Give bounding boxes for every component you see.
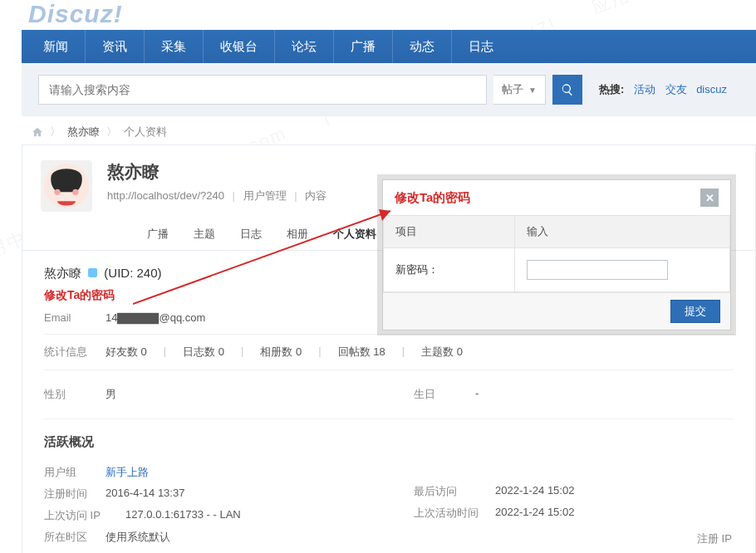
stats-logs: 日志数 0 [183,345,224,360]
gender-label: 性别 [44,387,94,402]
profile-link-content[interactable]: 内容 [305,189,326,202]
tab-profile[interactable]: 个人资料 [333,227,376,250]
birthday-value: - [475,387,479,402]
hot-link[interactable]: discuz [696,83,727,95]
group-value[interactable]: 新手上路 [106,465,149,480]
dialog-col-item: 项目 [384,216,515,248]
search-bar: 帖子 ▼ 热搜: 活动 交友 discuz [22,63,756,116]
uid-value: (UID: 240) [104,266,161,280]
stats-topics: 主题数 0 [421,345,463,360]
email-label: Email [44,311,94,324]
svg-point-3 [55,189,61,195]
nav-item-log[interactable]: 日志 [452,30,510,63]
tab-broadcast[interactable]: 广播 [147,227,169,250]
tz-value: 使用系统默认 [106,530,170,545]
hot-search: 热搜: 活动 交友 discuz [599,82,730,97]
email-value: 14▇▇▇▇▇@qq.com [106,311,205,324]
search-icon [561,83,574,96]
profile-name: 熬亦瞭 [107,160,326,184]
lastvisit-value: 2022-1-24 15:02 [495,484,574,499]
breadcrumb-page: 个人资料 [124,125,167,139]
field-label-newpassword: 新密码： [384,248,515,292]
dialog-title: 修改Ta的密码 [395,190,470,206]
nav-item-forum[interactable]: 论坛 [275,30,334,63]
chevron-down-icon: ▼ [528,86,537,95]
hot-label: 热搜: [599,83,624,95]
lastip-label: 上次访问 IP [44,508,114,523]
tz-label: 所在时区 [44,530,94,545]
breadcrumb-user[interactable]: 熬亦瞭 [67,125,100,139]
tab-topics[interactable]: 主题 [194,227,215,250]
hot-link[interactable]: 活动 [634,83,655,95]
dialog-col-input: 输入 [515,216,730,248]
main-nav: 新闻 资讯 采集 收银台 论坛 广播 动态 日志 [22,30,756,63]
breadcrumb: 〉 熬亦瞭 〉 个人资料 [32,125,756,139]
lastact-value: 2022-1-24 15:02 [495,506,574,521]
site-logo: Discuz! [0,0,756,30]
svg-point-4 [72,189,78,195]
svg-point-2 [70,184,74,188]
nav-item-checkout[interactable]: 收银台 [204,30,275,63]
lastact-label: 上次活动时间 [414,506,484,521]
search-category-select[interactable]: 帖子 ▼ [493,75,546,105]
profile-url[interactable]: http://localhost/dev/?240 [107,189,224,202]
status-chip-icon [88,268,97,277]
search-button[interactable] [552,75,582,105]
lastip-value: 127.0.0.1:61733 - - LAN [125,508,241,523]
nav-item-info[interactable]: 资讯 [86,30,145,63]
submit-button[interactable]: 提交 [670,300,720,323]
nav-item-broadcast[interactable]: 广播 [334,30,393,63]
birthday-label: 生日 [414,387,464,402]
breadcrumb-sep: 〉 [106,125,117,139]
change-password-dialog: 修改Ta的密码 ✕ 项目 输入 新密码： 提交 [382,179,731,330]
nav-item-collect[interactable]: 采集 [145,30,204,63]
reg-label: 注册时间 [44,487,94,502]
gender-value: 男 [106,387,116,402]
close-icon: ✕ [705,192,714,204]
nav-item-news[interactable]: 新闻 [27,30,86,63]
avatar [41,160,92,212]
reg-value: 2016-4-14 13:37 [106,487,184,502]
stats-label: 统计信息 [44,345,94,360]
close-button[interactable]: ✕ [700,188,719,207]
tab-albums[interactable]: 相册 [287,227,308,250]
home-icon[interactable] [32,126,43,138]
uid-name: 熬亦瞭 [44,266,81,280]
breadcrumb-sep: 〉 [50,125,61,139]
stats-albums: 相册数 0 [260,345,302,360]
nav-item-activity[interactable]: 动态 [393,30,452,63]
search-category-label: 帖子 [502,82,523,97]
stats-friends: 好友数 0 [106,345,147,360]
hot-link[interactable]: 交友 [665,83,687,95]
profile-link-manage[interactable]: 用户管理 [243,189,287,202]
lastvisit-label: 最后访问 [414,484,484,499]
regip-label: 注册 IP [697,531,747,546]
activity-title: 活跃概况 [44,434,734,450]
svg-point-1 [59,184,63,188]
search-input[interactable] [39,83,486,96]
group-label: 用户组 [44,465,94,480]
new-password-input[interactable] [527,260,668,280]
stats-replies: 回帖数 18 [338,345,385,360]
tab-logs[interactable]: 日志 [240,227,262,250]
